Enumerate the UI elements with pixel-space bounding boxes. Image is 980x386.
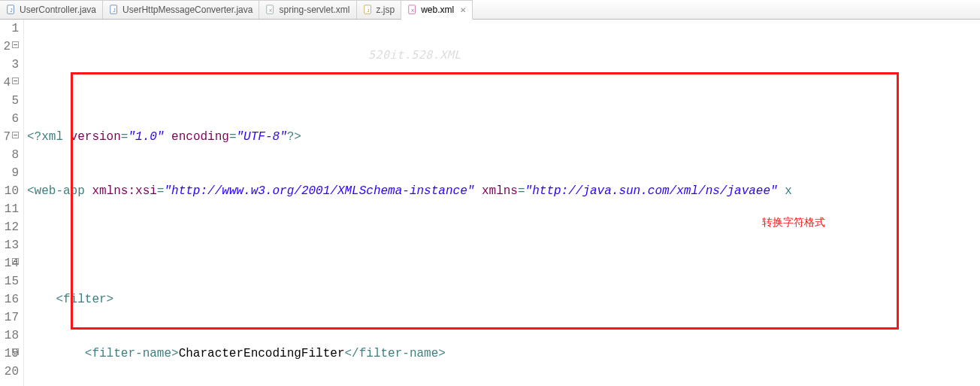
editor-tabbar: J UserController.java J UserHttpMessageC…	[0, 0, 980, 20]
java-file-icon: J	[109, 5, 119, 15]
tab-zjsp[interactable]: J z.jsp	[357, 0, 402, 19]
line-number: 11	[0, 200, 19, 218]
line-number: 4	[0, 74, 19, 92]
tab-label: web.xml	[421, 5, 454, 15]
line-number: 7	[0, 128, 19, 146]
close-icon[interactable]: ✕	[460, 6, 466, 14]
tab-usercontroller[interactable]: J UserController.java	[0, 0, 103, 19]
fold-toggle-icon[interactable]	[12, 132, 19, 138]
line-number-gutter: 1 2 3 4 5 6 7 8 9 10 11 12 13 14 15 16 1…	[0, 20, 24, 386]
line-number: 1	[0, 20, 19, 38]
line-number: 10	[0, 182, 19, 200]
watermark-text: 520it.528.XML	[368, 46, 461, 64]
xml-file-icon: X	[265, 5, 276, 15]
tab-spring-servlet[interactable]: X spring-servlet.xml	[259, 0, 356, 19]
fold-toggle-icon[interactable]	[12, 348, 19, 355]
line-number: 3	[0, 56, 19, 74]
svg-text:X: X	[269, 8, 272, 13]
svg-text:J: J	[10, 8, 13, 13]
line-number: 16	[0, 290, 19, 308]
code-area[interactable]: 520it.528.XML 转换字符格式 <?xml version="1.0"…	[24, 20, 980, 386]
line-number: 9	[0, 164, 19, 182]
java-file-icon: J	[6, 5, 17, 15]
tab-label: UserController.java	[20, 5, 96, 15]
svg-text:J: J	[367, 8, 369, 13]
line-number: 8	[0, 146, 19, 164]
jsp-file-icon: J	[363, 5, 374, 15]
fold-toggle-icon[interactable]	[12, 258, 19, 265]
tab-label: spring-servlet.xml	[279, 5, 349, 15]
annotation-label: 转换字符格式	[762, 213, 825, 231]
fold-toggle-icon[interactable]	[12, 78, 19, 84]
code-line: <?xml version="1.0" encoding="UTF-8"?>	[24, 128, 980, 146]
xml-file-icon: X	[407, 5, 418, 15]
fold-toggle-icon[interactable]	[12, 41, 19, 48]
line-number: 5	[0, 92, 19, 110]
line-number: 6	[0, 110, 19, 128]
tab-webxml[interactable]: X web.xml ✕	[401, 0, 473, 20]
line-number: 13	[0, 236, 19, 254]
line-number: 20	[0, 363, 19, 381]
line-number: 17	[0, 308, 19, 327]
tab-label: UserHttpMessageConverter.java	[122, 5, 253, 15]
code-line	[24, 236, 980, 254]
line-number: 12	[0, 218, 19, 236]
line-number: 18	[0, 327, 19, 345]
line-number: 15	[0, 272, 19, 290]
code-line: <filter-name>CharacterEncodingFilter</fi…	[24, 345, 980, 363]
svg-text:J: J	[113, 8, 116, 13]
code-editor[interactable]: 1 2 3 4 5 6 7 8 9 10 11 12 13 14 15 16 1…	[0, 20, 980, 386]
tab-label: z.jsp	[377, 5, 395, 15]
code-line: <filter>	[24, 290, 980, 308]
code-line: <web-app xmlns:xsi="http://www.w3.org/20…	[24, 182, 980, 200]
line-number: 2	[0, 38, 19, 56]
tab-userhttpmessageconverter[interactable]: J UserHttpMessageConverter.java	[103, 0, 259, 19]
svg-text:X: X	[411, 8, 414, 13]
